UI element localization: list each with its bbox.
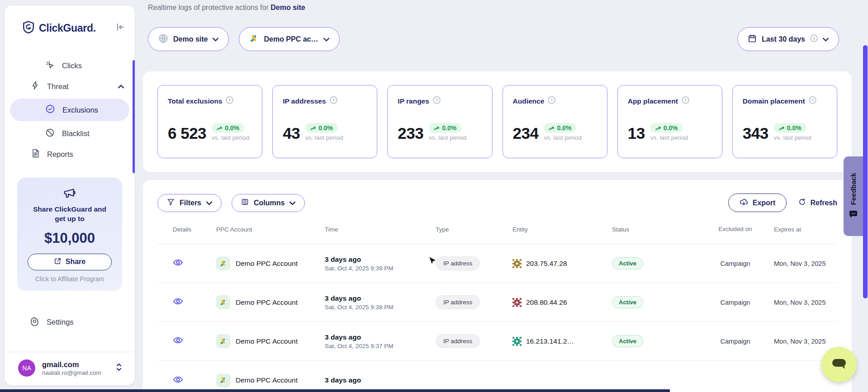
document-icon [31, 148, 40, 160]
share-button-label: Share [66, 258, 85, 266]
export-label: Export [753, 199, 776, 207]
share-button[interactable]: Share [28, 254, 112, 270]
excluded-on-value: Campaign [709, 338, 761, 345]
clickguard-shield-icon [23, 21, 34, 35]
chevron-up-down-icon [116, 363, 122, 373]
stat-value: 233 [398, 125, 423, 141]
promo-text-line2: get up to [55, 214, 84, 224]
stat-card-domain-placement: Domain placement 343 0.0% vs. last perio… [732, 85, 837, 158]
stat-card-audience: Audience 234 0.0% vs. last period [503, 85, 607, 158]
question-circle-icon[interactable] [682, 96, 689, 106]
exclusions-table-panel: Filters Columns [143, 180, 852, 392]
sidebar-item-clicks[interactable]: Clicks [5, 55, 135, 76]
stat-card-ip-addresses: IP addresses 43 0.0% vs. last period [272, 85, 377, 158]
refresh-icon [798, 198, 806, 208]
refresh-label: Refresh [810, 199, 837, 207]
view-details-eye-icon[interactable] [173, 297, 183, 306]
sidebar-item-label: Reports [47, 150, 73, 159]
stat-label: IP addresses [283, 97, 326, 105]
view-details-eye-icon[interactable] [173, 375, 183, 384]
google-ads-icon [216, 334, 230, 348]
calendar-icon [748, 34, 757, 45]
feedback-tab[interactable]: Feedback [844, 156, 863, 236]
excluded-on-value: Campaign [709, 260, 761, 267]
chevron-up-icon [118, 85, 124, 89]
question-circle-icon[interactable] [330, 96, 337, 106]
question-circle-icon[interactable] [433, 96, 441, 106]
columns-dropdown[interactable]: Columns [232, 194, 305, 212]
trend-up-icon [655, 126, 661, 130]
sidebar-item-threat[interactable]: Threat [5, 76, 135, 97]
google-ads-icon [216, 295, 230, 309]
excluded-on-value: Campaign [709, 299, 761, 306]
gear-icon [30, 316, 39, 328]
stat-value: 43 [283, 125, 300, 141]
columns-icon [241, 198, 249, 208]
time-absolute: Sat, Oct 4, 2025 9:38 PM [325, 304, 436, 311]
view-details-eye-icon[interactable] [173, 258, 183, 267]
affiliate-program-link[interactable]: Click to Affiliate Program [35, 275, 104, 283]
chevron-down-icon [823, 35, 829, 43]
col-header-ppc-account: PPC Account [216, 226, 325, 233]
question-circle-icon[interactable] [548, 96, 555, 106]
stat-caption: vs. last period [774, 134, 811, 141]
col-header-type: Type [436, 226, 512, 233]
trend-up-icon [310, 126, 316, 130]
user-menu[interactable]: NA gmail.com naatali.ro@gmail.com [18, 359, 122, 377]
clickguard-dashboard: ClickGuard. Clicks [0, 0, 868, 392]
type-badge: IP address [436, 295, 480, 309]
time-relative: 3 days ago [325, 294, 436, 302]
chevron-down-icon [323, 35, 329, 43]
sidebar-item-reports[interactable]: Reports [5, 144, 135, 165]
cursor-click-icon [45, 60, 55, 71]
table-row-partial: Demo PPC Account 3 days ago [157, 361, 837, 392]
ppc-account-selector-dropdown[interactable]: Demo PPC ac… [239, 27, 339, 51]
view-details-eye-icon[interactable] [173, 335, 183, 345]
chat-bubble-icon [830, 356, 848, 373]
date-range-dropdown[interactable]: Last 30 days [737, 27, 839, 51]
question-circle-icon[interactable] [226, 96, 233, 106]
stat-card-total-exclusions: Total exclusions 6 523 0.0% vs. last per… [157, 85, 262, 158]
trend-up-icon [779, 126, 784, 130]
megaphone-icon [63, 186, 76, 201]
stat-value: 234 [513, 125, 539, 141]
stat-label: Total exclusions [168, 97, 222, 105]
lightning-bolt-icon [31, 80, 40, 92]
trend-up-icon [217, 126, 222, 130]
sidebar-item-settings[interactable]: Settings [5, 312, 135, 332]
stat-caption: vs. last period [544, 134, 581, 141]
sidebar-divider [5, 352, 135, 352]
site-selector-dropdown[interactable]: Demo site [148, 27, 229, 51]
time-relative: 3 days ago [325, 376, 436, 384]
collapse-sidebar-icon[interactable] [116, 23, 125, 33]
table-toolbar: Filters Columns [157, 194, 837, 212]
export-button[interactable]: Export [728, 194, 787, 212]
page-scrollbar-thumb[interactable] [863, 45, 868, 298]
sidebar-item-label: Blacklist [62, 129, 90, 138]
col-header-excluded-on: Excluded on [709, 225, 761, 234]
logo-row: ClickGuard. [5, 5, 135, 40]
stat-label: Audience [513, 97, 545, 105]
google-ads-icon [249, 34, 259, 45]
no-entry-icon [45, 128, 55, 139]
table-row: Demo PPC Account 3 days ago Sat, Oct 4, … [157, 283, 837, 322]
stat-caption: vs. last period [650, 134, 688, 141]
question-circle-icon[interactable] [809, 96, 816, 106]
user-email: naatali.ro@gmail.com [42, 369, 101, 376]
sidebar-item-label: Clicks [62, 61, 82, 70]
sidebar-item-blacklist[interactable]: Blacklist [5, 123, 135, 144]
chevron-down-icon [289, 199, 295, 207]
ppc-account-name: Demo PPC Account [236, 376, 298, 384]
sidebar-item-exclusions[interactable]: Exclusions [10, 99, 129, 121]
expires-at-value: Mon, Nov 3, 2025 [761, 260, 837, 267]
sidebar-scrollbar-thumb[interactable] [133, 60, 135, 173]
ppc-account-name: Demo PPC Account [236, 298, 298, 307]
funnel-icon [167, 198, 175, 208]
refresh-button[interactable]: Refresh [798, 198, 837, 208]
filters-dropdown[interactable]: Filters [157, 194, 222, 212]
selector-row: Demo site Demo PPC ac… [148, 27, 839, 51]
chat-launcher-button[interactable] [821, 347, 857, 382]
date-range-value: Last 30 days [762, 35, 805, 43]
chevron-down-icon [206, 199, 212, 207]
stat-value: 6 523 [168, 125, 206, 141]
